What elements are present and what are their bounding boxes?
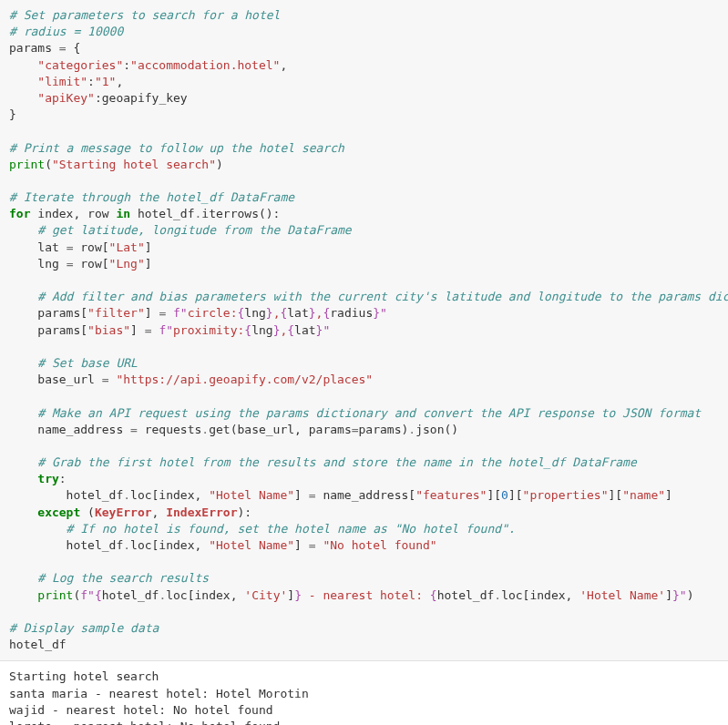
code-token	[9, 505, 37, 519]
fstring-brace: {	[287, 323, 294, 337]
code-token: {	[67, 41, 81, 55]
code-token: base_url	[9, 373, 102, 386]
code-token: :	[59, 472, 67, 485]
string: "accommodation.hotel"	[130, 58, 280, 72]
code-token: hotel_df	[130, 207, 194, 220]
builtin: print	[9, 158, 45, 171]
string: "bias"	[87, 323, 130, 337]
string: "properties"	[523, 488, 609, 502]
comment: # radius = 10000	[9, 25, 123, 38]
code-token: .	[123, 538, 130, 552]
output-line: wajid - nearest hotel: No hotel found	[9, 703, 273, 717]
fstring-interp: hotel_df	[102, 588, 159, 602]
string: "limit"	[37, 75, 87, 88]
string: "1"	[95, 75, 116, 88]
comment: # get latitude, longitude from the DataF…	[9, 223, 352, 237]
code-token: hotel_df	[9, 488, 123, 502]
code-block: # Set parameters to search for a hotel #…	[9, 7, 719, 653]
fstring: "	[323, 323, 330, 337]
comment: # Iterate through the hotel_df DataFrame	[9, 190, 294, 204]
fstring-interp: radius	[330, 306, 373, 320]
string: "Lat"	[109, 240, 145, 254]
code-token: =	[145, 323, 152, 337]
comment: # Add filter and bias parameters with th…	[9, 290, 728, 303]
code-token	[9, 58, 37, 72]
code-token: lng	[9, 257, 67, 271]
comment: # Set base URL	[9, 356, 138, 370]
code-token	[9, 75, 37, 88]
keyword: try	[37, 472, 58, 485]
code-token: :	[87, 75, 95, 88]
fstring-brace: }	[294, 588, 302, 602]
code-token: =	[352, 423, 359, 436]
code-token: index, row	[30, 207, 116, 220]
string: "name"	[622, 488, 665, 502]
code-token: hotel_df	[9, 538, 123, 552]
code-token: ,	[280, 58, 287, 72]
number: 0	[501, 488, 508, 502]
code-token: (	[45, 158, 52, 171]
code-token: :geoapify_key	[95, 91, 188, 105]
code-token: ]	[145, 240, 152, 254]
string: "Lng"	[109, 257, 145, 271]
string: "Hotel Name"	[209, 538, 294, 552]
string: circle:	[188, 306, 238, 320]
code-token: iterrows():	[201, 207, 280, 220]
code-token: =	[309, 488, 316, 502]
code-token: lat	[9, 240, 67, 254]
code-token: params[	[9, 306, 87, 320]
code-token	[9, 472, 37, 485]
code-token: =	[309, 538, 316, 552]
fstring-interp: loc[index,	[501, 588, 572, 602]
string: 'City'	[244, 588, 287, 602]
code-token: ][	[487, 488, 501, 502]
output-block: Starting hotel search santa maria - near…	[9, 669, 719, 725]
code-token	[9, 91, 37, 105]
code-token	[166, 306, 173, 320]
code-token: .	[123, 488, 130, 502]
string: "features"	[415, 488, 487, 502]
code-token: requests	[138, 423, 201, 436]
code-token: }	[9, 107, 16, 121]
exception: IndexError	[166, 505, 237, 519]
fstring-interp: lng	[251, 323, 272, 337]
fstring-interp: loc[index,	[166, 588, 237, 602]
string: "apiKey"	[37, 91, 95, 105]
code-token: hotel_df	[9, 638, 67, 651]
fstring: f"	[80, 588, 95, 602]
code-cell: # Set parameters to search for a hotel #…	[0, 0, 728, 661]
code-token: )	[216, 158, 223, 171]
comment: # Display sample data	[9, 621, 159, 635]
output-line: santa maria - nearest hotel: Hotel Morot…	[9, 687, 309, 700]
comment: # If no hotel is found, set the hotel na…	[9, 522, 516, 536]
code-token: ]	[294, 488, 309, 502]
code-token: =	[130, 423, 138, 436]
code-token: row[	[73, 257, 108, 271]
fstring-interp: lng	[244, 306, 265, 320]
fstring-interp: lat	[294, 323, 315, 337]
code-token: .	[408, 423, 415, 436]
string: "Starting hotel search"	[52, 158, 216, 171]
string: "Hotel Name"	[209, 488, 294, 502]
code-token: name_address[	[316, 488, 416, 502]
output-cell: Starting hotel search santa maria - near…	[0, 661, 728, 725]
string: proximity:	[173, 323, 244, 337]
fstring-brace: {	[95, 588, 102, 602]
exception: KeyError	[95, 505, 152, 519]
code-token: params[	[9, 323, 87, 337]
code-token: )	[687, 588, 694, 602]
comment: # Make an API request using the params d…	[9, 406, 701, 420]
code-token: ]	[145, 257, 152, 271]
fstring-brace: {	[430, 588, 437, 602]
code-token: get(base_url, params	[209, 423, 352, 436]
fstring-interp: ]	[665, 588, 672, 602]
comment: # Set parameters to search for a hotel	[9, 8, 280, 22]
code-token: params	[9, 41, 59, 55]
fstring: "	[680, 588, 687, 602]
code-token: (	[80, 505, 95, 519]
keyword: in	[116, 207, 130, 220]
code-token: .	[201, 423, 209, 436]
fstring-brace: {	[244, 323, 251, 337]
string: "filter"	[87, 306, 145, 320]
code-token: loc[index,	[130, 538, 209, 552]
